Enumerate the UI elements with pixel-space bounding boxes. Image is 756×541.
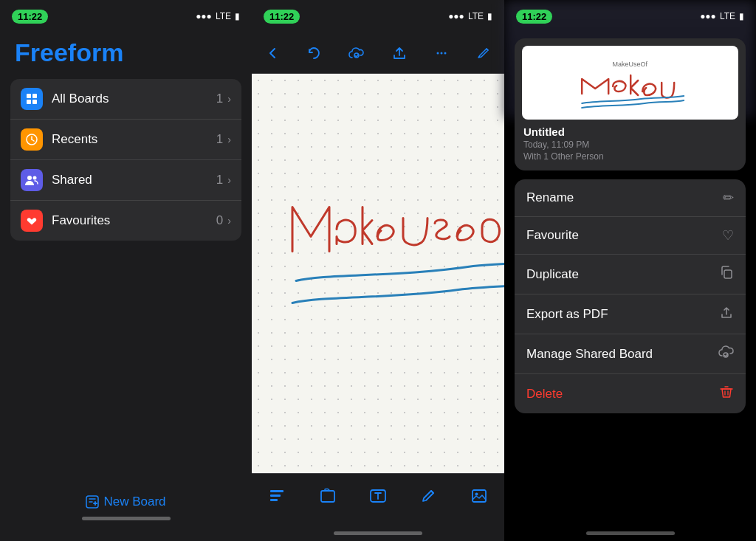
canvas-toolbar — [252, 32, 504, 74]
trash-icon — [719, 385, 734, 403]
manage-shared-label: Manage Shared Board — [526, 347, 653, 362]
battery-icon-3: ▮ — [739, 11, 744, 21]
sidebar-count-shared: 1 — [216, 173, 223, 187]
more-button[interactable] — [428, 40, 455, 66]
svg-rect-17 — [270, 495, 281, 497]
signal-icon-3: ●●● — [700, 11, 716, 21]
panel-canvas: 11:22 ●●● LTE ▮ — [252, 0, 504, 541]
sidebar-label-recents: Recents — [52, 132, 216, 147]
duplicate-label: Duplicate — [526, 267, 579, 282]
menu-item-rename[interactable]: Rename ✏ — [515, 179, 746, 217]
back-button[interactable] — [259, 40, 286, 66]
sidebar-item-favourites[interactable]: Favourites 0 › — [10, 201, 241, 241]
duplicate-icon — [719, 265, 734, 283]
svg-rect-1 — [32, 94, 37, 98]
sidebar-count-favourites: 0 — [216, 213, 223, 228]
sidebar-label-favourites: Favourites — [52, 213, 216, 228]
board-title: Untitled — [523, 125, 737, 138]
app-title: Freeform — [0, 32, 252, 79]
svg-rect-2 — [27, 100, 31, 104]
svg-point-15 — [444, 52, 446, 54]
svg-rect-25 — [724, 270, 732, 278]
svg-line-6 — [32, 139, 34, 141]
shared-icon — [21, 169, 43, 191]
favourites-icon — [21, 210, 43, 232]
favourite-label: Favourite — [526, 228, 579, 243]
status-bar-3: 11:22 ●●● LTE ▮ — [504, 0, 756, 32]
svg-point-13 — [436, 52, 439, 54]
menu-item-duplicate[interactable]: Duplicate — [515, 255, 746, 294]
new-board-button[interactable]: New Board — [86, 495, 165, 509]
status-time-3: 11:22 — [516, 10, 552, 24]
board-thumbnail: MakeUseOf — [522, 46, 738, 120]
svg-rect-3 — [32, 100, 37, 104]
chevron-recents: › — [227, 134, 231, 145]
status-icons-1: ●●● LTE ▮ — [196, 11, 240, 21]
svg-rect-22 — [472, 490, 486, 502]
pen-tool[interactable] — [413, 481, 443, 511]
sidebar-item-all-boards[interactable]: All Boards 1 › — [10, 79, 241, 120]
menu-item-manage-shared[interactable]: Manage Shared Board — [515, 334, 746, 374]
svg-point-7 — [27, 176, 32, 180]
bottom-toolbar — [252, 473, 504, 525]
export-icon — [719, 305, 734, 323]
chevron-favourites: › — [227, 215, 231, 227]
status-time-2: 11:22 — [264, 10, 300, 24]
context-menu: Rename ✏ Favourite ♡ Duplicate Export as… — [515, 179, 746, 413]
home-indicator-3-container — [504, 531, 756, 535]
sidebar-label-shared: Shared — [52, 173, 216, 187]
rename-icon: ✏ — [723, 190, 734, 206]
svg-point-14 — [440, 52, 442, 54]
sidebar-count-all-boards: 1 — [216, 92, 223, 106]
menu-item-favourite[interactable]: Favourite ♡ — [515, 217, 746, 255]
network-type-1: LTE — [216, 11, 231, 21]
signal-icon-1: ●●● — [196, 11, 212, 21]
sidebar-label-all-boards: All Boards — [52, 92, 216, 106]
sidebar-count-recents: 1 — [216, 132, 223, 147]
share-button[interactable] — [386, 40, 413, 66]
svg-point-23 — [475, 492, 478, 495]
svg-rect-0 — [27, 94, 31, 98]
board-card-info: Untitled Today, 11:09 PM With 1 Other Pe… — [515, 120, 746, 170]
home-indicator-1 — [82, 517, 171, 520]
board-date: Today, 11:09 PM — [523, 139, 737, 150]
menu-item-delete[interactable]: Delete — [515, 374, 746, 413]
svg-rect-18 — [270, 499, 278, 501]
edit-button[interactable] — [470, 40, 497, 66]
svg-rect-16 — [270, 490, 284, 492]
heart-icon: ♡ — [722, 227, 734, 244]
undo-button[interactable] — [301, 40, 328, 66]
sidebar-item-recents[interactable]: Recents 1 › — [10, 120, 241, 160]
text-tool[interactable] — [363, 481, 393, 511]
svg-line-21 — [431, 491, 433, 493]
battery-icon-1: ▮ — [235, 11, 240, 21]
network-type-3: LTE — [720, 11, 735, 21]
svg-point-8 — [33, 176, 37, 180]
signal-icon-2: ●●● — [448, 11, 464, 21]
drawing-canvas[interactable] — [252, 74, 504, 473]
svg-text:MakeUseOf: MakeUseOf — [613, 61, 648, 68]
battery-icon-2: ▮ — [487, 11, 492, 21]
panel-freeform-sidebar: 11:22 ●●● LTE ▮ Freeform All Boards 1 › — [0, 0, 252, 541]
manage-shared-icon — [718, 345, 734, 363]
sidebar-list: All Boards 1 › Recents 1 › — [10, 79, 241, 241]
status-icons-3: ●●● LTE ▮ — [700, 11, 744, 21]
cloud-icon[interactable] — [343, 40, 370, 66]
all-boards-icon — [21, 88, 43, 110]
panel1-footer: New Board — [0, 495, 252, 541]
media-tool[interactable] — [464, 481, 494, 511]
chevron-all-boards: › — [227, 93, 231, 105]
home-indicator-3 — [586, 531, 675, 535]
status-time-1: 11:22 — [12, 10, 48, 24]
chevron-shared: › — [227, 174, 231, 186]
panel-context-menu: 11:22 ●●● LTE ▮ MakeUseOf — [504, 0, 756, 541]
new-board-label: New Board — [103, 495, 165, 509]
status-icons-2: ●●● LTE ▮ — [448, 11, 492, 21]
delete-label: Delete — [526, 387, 563, 402]
objects-tool[interactable] — [262, 481, 292, 511]
files-tool[interactable] — [313, 481, 343, 511]
sidebar-item-shared[interactable]: Shared 1 › — [10, 160, 241, 201]
home-indicator-2-container — [252, 525, 504, 541]
menu-item-export-pdf[interactable]: Export as PDF — [515, 294, 746, 334]
board-card: MakeUseOf Untitled Today, 11:09 PM With … — [515, 38, 746, 170]
